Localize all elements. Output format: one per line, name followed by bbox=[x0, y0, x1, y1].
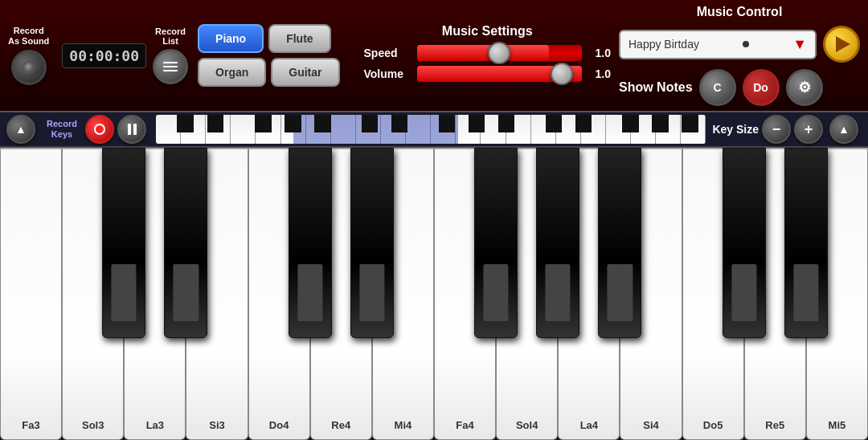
record-dot-icon bbox=[94, 124, 105, 135]
black-key[interactable] bbox=[289, 148, 332, 338]
song-select[interactable]: Happy Birtday ▼ bbox=[619, 30, 817, 59]
play-button[interactable] bbox=[823, 26, 860, 63]
key-size-minus-button[interactable]: − bbox=[762, 115, 791, 144]
black-key[interactable] bbox=[350, 148, 394, 338]
pause-button[interactable] bbox=[117, 115, 146, 144]
note-c-button[interactable]: C bbox=[699, 69, 736, 106]
volume-slider[interactable] bbox=[417, 66, 582, 82]
black-key[interactable] bbox=[164, 148, 207, 338]
white-key-label-mi5: Mi5 bbox=[829, 419, 846, 431]
mini-black-key bbox=[362, 115, 379, 132]
record-as-sound-label: Record As Sound bbox=[8, 26, 49, 47]
flute-button[interactable]: Flute bbox=[268, 24, 330, 53]
mini-black-key bbox=[622, 115, 639, 132]
white-key-label-sol4: Sol4 bbox=[516, 419, 538, 431]
mini-black-key bbox=[177, 115, 194, 132]
speed-label: Speed bbox=[364, 47, 412, 59]
white-key-label-si4: Si4 bbox=[643, 419, 659, 431]
piano-mini-display bbox=[156, 115, 706, 144]
note-do-button[interactable]: Do bbox=[743, 69, 780, 106]
guitar-button[interactable]: Guitar bbox=[271, 58, 339, 87]
black-key[interactable] bbox=[102, 148, 145, 338]
controls-bar: ▲ Record Keys bbox=[0, 112, 868, 148]
song-dot bbox=[743, 41, 749, 47]
mini-black-key bbox=[255, 115, 272, 132]
white-key-label-si3: Si3 bbox=[209, 419, 225, 431]
top-bar: Record As Sound 00:00:00 Record List Pia… bbox=[0, 0, 868, 112]
play-icon bbox=[836, 36, 850, 52]
dropdown-arrow-icon: ▼ bbox=[792, 36, 807, 53]
volume-value: 1.0 bbox=[587, 67, 611, 80]
scroll-up-button[interactable]: ▲ bbox=[6, 115, 35, 144]
mini-black-key bbox=[652, 115, 669, 132]
mini-black-key bbox=[546, 115, 563, 132]
white-key-label-sol3: Sol3 bbox=[82, 419, 104, 431]
mini-black-key bbox=[575, 115, 592, 132]
black-key[interactable] bbox=[723, 148, 766, 338]
white-key-label-la4: La4 bbox=[580, 419, 598, 431]
timer-display: 00:00:00 bbox=[62, 43, 146, 68]
volume-row: Volume 1.0 bbox=[364, 66, 611, 82]
music-settings-panel: Music Settings Speed 1.0 Volume 1.0 bbox=[356, 24, 619, 87]
song-row: Happy Birtday ▼ bbox=[619, 26, 860, 63]
speed-row: Speed 1.0 bbox=[364, 45, 611, 61]
white-key-label-do5: Do5 bbox=[703, 419, 723, 431]
record-list-section: Record List bbox=[153, 26, 188, 84]
record-list-button[interactable] bbox=[153, 49, 188, 84]
white-key-label-fa4: Fa4 bbox=[456, 419, 473, 431]
key-size-label: Key Size bbox=[712, 123, 759, 136]
show-notes-row: Show Notes C Do ⚙ bbox=[619, 69, 823, 106]
note-settings-button[interactable]: ⚙ bbox=[786, 69, 823, 106]
key-size-plus-button[interactable]: + bbox=[794, 115, 823, 144]
white-key-label-do4: Do4 bbox=[269, 419, 289, 431]
white-key-label-fa3: Fa3 bbox=[22, 419, 39, 431]
show-notes-label: Show Notes bbox=[619, 80, 693, 95]
speed-slider[interactable] bbox=[417, 45, 582, 61]
mini-black-key bbox=[207, 115, 224, 132]
white-key-label-re5: Re5 bbox=[765, 419, 784, 431]
record-as-sound-knob-inner bbox=[23, 61, 35, 74]
piano-button[interactable]: Piano bbox=[198, 24, 264, 53]
list-icon bbox=[163, 62, 178, 71]
record-keys-label: Record Keys bbox=[42, 119, 82, 140]
mini-black-key bbox=[439, 115, 456, 132]
music-settings-title: Music Settings bbox=[442, 24, 533, 39]
piano-area: Fa3Sol3La3Si3Do4Re4Mi4Fa4Sol4La4Si4Do5Re… bbox=[0, 148, 868, 440]
scroll-right-button[interactable]: ▲ bbox=[829, 115, 858, 144]
white-key-label-mi4: Mi4 bbox=[395, 419, 412, 431]
instrument-buttons: Piano Flute Organ Guitar bbox=[198, 24, 339, 87]
black-key[interactable] bbox=[598, 148, 641, 338]
record-as-sound-knob[interactable] bbox=[11, 50, 47, 85]
record-button[interactable] bbox=[85, 115, 114, 144]
black-key[interactable] bbox=[474, 148, 518, 338]
speed-value: 1.0 bbox=[587, 47, 611, 59]
volume-label: Volume bbox=[364, 67, 412, 80]
pause-icon bbox=[128, 124, 137, 135]
black-key[interactable] bbox=[784, 148, 828, 338]
mini-black-key bbox=[314, 115, 331, 132]
white-key-label-re4: Re4 bbox=[331, 419, 350, 431]
mini-black-key bbox=[285, 115, 301, 132]
piano-keyboard: Fa3Sol3La3Si3Do4Re4Mi4Fa4Sol4La4Si4Do5Re… bbox=[0, 148, 868, 440]
white-key-label-la3: La3 bbox=[146, 419, 164, 431]
record-as-sound-section: Record As Sound bbox=[8, 26, 49, 85]
mini-black-key bbox=[682, 115, 698, 132]
black-key[interactable] bbox=[536, 148, 579, 338]
mini-black-key bbox=[469, 115, 485, 132]
music-control-panel: Music Control Happy Birtday ▼ Show Notes… bbox=[619, 5, 860, 106]
white-key-fa3[interactable]: Fa3 bbox=[0, 148, 62, 440]
mini-black-key bbox=[391, 115, 408, 132]
music-control-title: Music Control bbox=[619, 5, 860, 19]
song-name: Happy Birtday bbox=[628, 38, 699, 51]
organ-button[interactable]: Organ bbox=[198, 58, 266, 87]
record-list-label: Record List bbox=[155, 26, 186, 46]
mini-black-key bbox=[498, 115, 515, 132]
